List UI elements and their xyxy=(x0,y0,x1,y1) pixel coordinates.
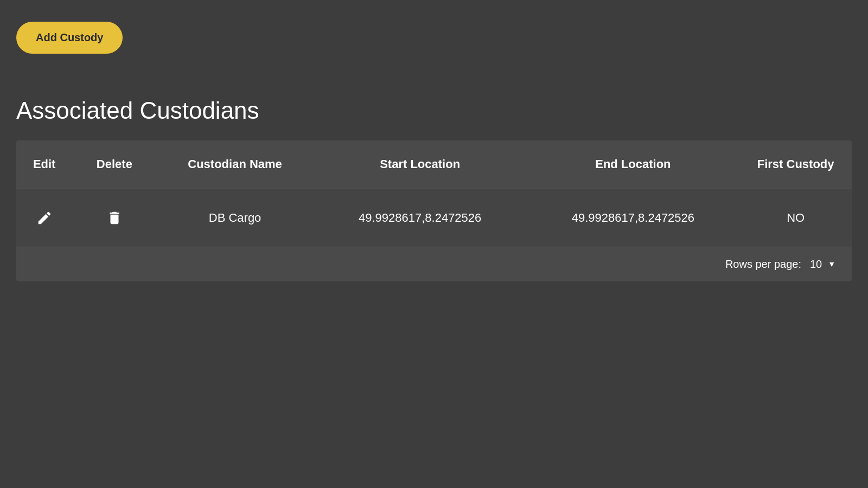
table-row: DB Cargo49.9928617,8.247252649.9928617,8… xyxy=(16,189,852,247)
col-header-custodian-name: Custodian Name xyxy=(156,140,313,189)
rows-per-page-select[interactable]: 5 10 25 50 xyxy=(810,258,835,270)
start-location-cell: 49.9928617,8.2472526 xyxy=(314,189,527,247)
table-header-row: Edit Delete Custodian Name Start Locatio… xyxy=(16,140,852,189)
custodian-name-cell: DB Cargo xyxy=(156,189,313,247)
col-header-edit: Edit xyxy=(16,140,72,189)
section-title: Associated Custodians xyxy=(16,97,852,124)
table-footer: Rows per page: 5 10 25 50 xyxy=(16,247,852,281)
add-custody-button[interactable]: Add Custody xyxy=(16,22,123,54)
col-header-delete: Delete xyxy=(72,140,156,189)
col-header-end-location: End Location xyxy=(527,140,740,189)
edit-cell xyxy=(16,189,72,247)
first-custody-cell: NO xyxy=(739,189,852,247)
end-location-cell: 49.9928617,8.2472526 xyxy=(527,189,740,247)
delete-button[interactable] xyxy=(102,206,127,230)
rows-per-page-label: Rows per page: xyxy=(725,258,801,271)
rows-per-page-wrapper[interactable]: 5 10 25 50 xyxy=(810,258,835,270)
col-header-start-location: Start Location xyxy=(314,140,527,189)
custodians-table: Edit Delete Custodian Name Start Locatio… xyxy=(16,140,852,247)
custodians-table-container: Edit Delete Custodian Name Start Locatio… xyxy=(16,140,852,281)
delete-cell xyxy=(72,189,156,247)
col-header-first-custody: First Custody xyxy=(739,140,852,189)
edit-button[interactable] xyxy=(32,206,57,230)
page-container: Add Custody Associated Custodians Edit D… xyxy=(0,0,868,303)
